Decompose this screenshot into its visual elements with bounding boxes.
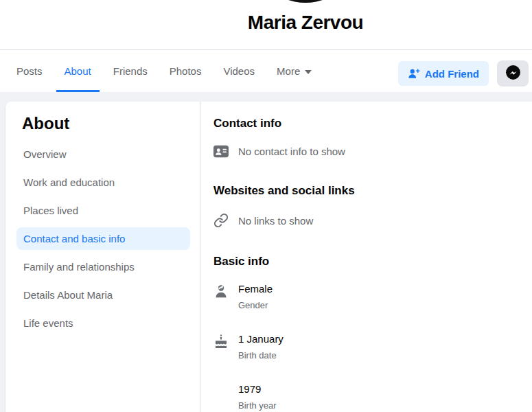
header-actions: Add Friend: [398, 60, 529, 87]
section-basic-info: Basic info Female Gender 1 Janua: [213, 255, 527, 411]
section-websites: Websites and social links No links to sh…: [213, 184, 527, 229]
birthday-cake-icon: [213, 333, 229, 360]
gender-label: Gender: [238, 300, 273, 310]
birth-year-row: 1979 Birth year: [213, 383, 527, 411]
birth-year-label: Birth year: [238, 400, 277, 411]
tab-about[interactable]: About: [54, 50, 102, 92]
profile-photo[interactable]: [251, 0, 360, 3]
tab-more-label: More: [277, 65, 300, 77]
sidebar-item-details-about[interactable]: Details About Maria: [16, 284, 190, 306]
link-icon: [213, 212, 229, 229]
section-contact-info: Contact info No contact info to show: [213, 117, 527, 158]
sidebar-item-life-events[interactable]: Life events: [16, 312, 190, 334]
sidebar-item-contact-basic-info[interactable]: Contact and basic info: [16, 227, 190, 250]
sidebar-item-places-lived[interactable]: Places lived: [16, 199, 190, 222]
sidebar-item-overview[interactable]: Overview: [16, 143, 190, 165]
tab-more[interactable]: More: [266, 50, 323, 92]
gender-text: Female Gender: [238, 283, 273, 310]
contact-info-empty-row: No contact info to show: [213, 145, 527, 158]
about-card: About Overview Work and education Places…: [5, 102, 532, 412]
gender-icon: [213, 283, 229, 310]
sidebar-title: About: [22, 114, 190, 133]
contact-info-empty-text: No contact info to show: [238, 146, 345, 157]
add-friend-label: Add Friend: [425, 68, 479, 80]
gender-row: Female Gender: [213, 283, 527, 310]
websites-empty-row: No links to show: [213, 212, 527, 229]
add-friend-button[interactable]: Add Friend: [398, 61, 489, 86]
birth-year-icon-spacer: [213, 383, 229, 411]
birth-date-value: 1 January: [238, 333, 284, 345]
tab-posts[interactable]: Posts: [5, 50, 54, 92]
about-sidebar: About Overview Work and education Places…: [5, 102, 200, 412]
about-content: Contact info No contact info to show Web…: [200, 102, 532, 412]
websites-heading: Websites and social links: [213, 184, 527, 198]
tab-friends[interactable]: Friends: [102, 50, 159, 92]
sidebar-item-family-relationships[interactable]: Family and relationships: [16, 255, 190, 278]
profile-header: Maria Zervou Posts About Friends Photos …: [0, 0, 532, 92]
tab-photos[interactable]: Photos: [159, 50, 213, 92]
tab-videos[interactable]: Videos: [212, 50, 266, 92]
person-add-icon: [408, 67, 420, 80]
profile-name: Maria Zervou: [248, 12, 363, 34]
sidebar-item-work-education[interactable]: Work and education: [16, 171, 190, 194]
messenger-button[interactable]: [497, 60, 529, 87]
birth-date-text: 1 January Birth date: [238, 333, 284, 360]
messenger-icon: [505, 64, 522, 83]
basic-info-heading: Basic info: [213, 255, 527, 268]
birth-date-label: Birth date: [238, 350, 284, 360]
contact-card-icon: [213, 145, 229, 158]
websites-empty-text: No links to show: [238, 215, 313, 227]
main-area: About Overview Work and education Places…: [0, 92, 532, 412]
birth-year-value: 1979: [238, 383, 277, 395]
chevron-down-icon: [305, 70, 312, 74]
birth-year-text: 1979 Birth year: [238, 383, 277, 411]
birth-date-row: 1 January Birth date: [213, 333, 527, 360]
gender-value: Female: [238, 283, 273, 295]
contact-info-heading: Contact info: [213, 117, 527, 130]
